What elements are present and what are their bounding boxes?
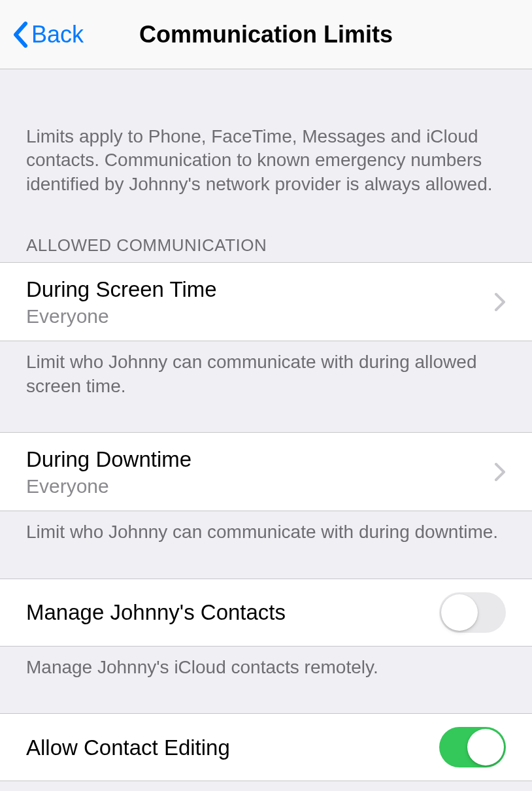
- intro-text: Limits apply to Phone, FaceTime, Message…: [0, 69, 532, 196]
- row-during-screen-time[interactable]: During Screen Time Everyone: [0, 262, 532, 341]
- row-value: Everyone: [26, 475, 488, 497]
- row-during-downtime[interactable]: During Downtime Everyone: [0, 432, 532, 511]
- row-value: Everyone: [26, 305, 488, 328]
- chevron-right-icon: [494, 462, 506, 482]
- back-button[interactable]: Back: [12, 21, 84, 48]
- row-title: Manage Johnny's Contacts: [26, 599, 439, 626]
- footer-downtime: Limit who Johnny can communicate with du…: [0, 511, 532, 561]
- switch-manage-contacts[interactable]: [439, 592, 506, 633]
- row-allow-contact-editing: Allow Contact Editing: [0, 713, 532, 781]
- footer-screen-time: Limit who Johnny can communicate with du…: [0, 341, 532, 415]
- section-header-allowed-communication: ALLOWED COMMUNICATION: [0, 196, 532, 262]
- footer-manage-contacts: Manage Johnny's iCloud contacts remotely…: [0, 647, 532, 696]
- nav-bar: Back Communication Limits: [0, 0, 532, 69]
- switch-allow-contact-editing[interactable]: [439, 727, 506, 767]
- row-title: Allow Contact Editing: [26, 734, 439, 761]
- row-manage-contacts: Manage Johnny's Contacts: [0, 579, 532, 647]
- chevron-left-icon: [12, 22, 29, 48]
- row-title: During Downtime: [26, 446, 488, 473]
- row-title: During Screen Time: [26, 276, 488, 303]
- chevron-right-icon: [494, 292, 506, 312]
- back-label: Back: [31, 21, 84, 48]
